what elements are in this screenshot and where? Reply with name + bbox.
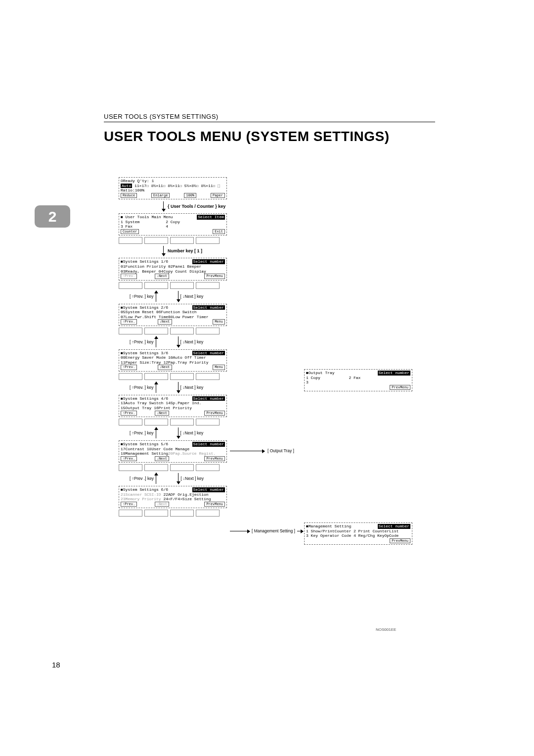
screen-mainmenu: ■ User Tools Main MenuSelect Item 1 Syst… (119, 213, 227, 236)
screen-s1: ■System Settings 1/6Select number 01Func… (119, 258, 227, 280)
key-usertools: { User Tools / Counter } key (168, 204, 225, 209)
ot-r1: 1 Copy 2 Fax (306, 376, 410, 380)
screen-s4: ■System Settings 4/6Select number 13Auto… (119, 395, 227, 417)
s6-r1a: 21Scanner SCSI-ID (121, 492, 163, 497)
nav-arrows-5: [ ↑Prev .] key [ ↓Next ] key (130, 473, 440, 484)
ot-menu: PrevMenu (390, 385, 410, 390)
s4-r1: 13Auto Tray Switch 14Sp.Paper Ind. (121, 401, 225, 406)
prev-key-3: [ ↑Prev. ] key (130, 385, 154, 390)
hw-btns-6 (119, 464, 440, 471)
s6-r2a: 23Memory Priority (121, 497, 163, 501)
btn-paper: Paper (211, 193, 225, 198)
ready-sizes: 11×17☐ 8½×11☐ 8½×11☐ 5½×8½☐ 8½×11☐ ⬚ (132, 184, 220, 188)
mg-r1: 1 Show/PrintCounter 2 Print CounterList (306, 529, 410, 534)
btn-enlarge: Enlarge (151, 193, 170, 198)
s3-prev: ↑Prev. (121, 365, 137, 370)
ot-r2: 3 (306, 380, 410, 385)
prev-key-4: [ ↑Prev. ] key (130, 430, 154, 435)
btn-counter: Counter (121, 229, 139, 234)
prev-key-1: [ ↑Prev. ] key (130, 294, 154, 299)
mm-l2: 1 System 2 Copy (121, 220, 225, 225)
hw-btns-5 (119, 419, 440, 425)
s2-menu: Menu (213, 319, 225, 324)
s4-next: ↓Next (155, 411, 169, 416)
s5-next: ↓Next (155, 456, 169, 461)
nav-arrows-1: [ ↑Prev. ] key [ ↓Next ] key (130, 291, 440, 302)
s1-prev: ↑Prev. (121, 274, 137, 279)
hw-btns-3 (119, 328, 440, 334)
s4-r2: 15Output Tray 16Print Priority (121, 406, 225, 411)
screen-mgmt: ■Management SettingSelect number 1 Show/… (304, 522, 412, 545)
s6-next: ↓Next (155, 502, 169, 507)
s4-select: Select number (192, 396, 225, 401)
nav-arrows-4: [ ↑Prev. ] key [ ↓Next ] key (130, 427, 440, 438)
s5-r2b: 20Pap.Source Regist. (168, 451, 216, 456)
s2-prev: ↑Prev. (121, 319, 137, 324)
screen-s6: ■System Settings 6/6Select number 21Scan… (119, 486, 227, 508)
screen-s2: ■System Settings 2/6Select number 05Syst… (119, 304, 227, 326)
hw-btns-7 (119, 510, 440, 517)
link-mgmt: [ Management Setting ] (230, 528, 303, 533)
s6-r2b: 24<F/F4>Size Setting (163, 497, 211, 501)
hw-btns-1 (119, 237, 440, 244)
ready-ratio: Ratio:100% (121, 188, 225, 193)
screen-s5: ■System Settings 5/6Select number 17Cont… (119, 440, 227, 463)
s4-prev: ↑Prev. (121, 411, 137, 416)
s1-r2: 03Ready, Beeper 04Copy Count Display (121, 269, 225, 274)
mg-select: Select number (378, 524, 410, 529)
prev-key-2: [ ↑Prev. ] key (130, 339, 154, 344)
btn-100: 100% (184, 193, 196, 198)
mm-l3: 3 Fax 4 (121, 224, 225, 229)
next-key-4: [ ↓Next ] key (180, 430, 204, 435)
mm-title: ■ User Tools Main Menu (121, 215, 173, 220)
s5-prev: ↑Prev. (121, 456, 137, 461)
mg-title: ■Management Setting (306, 524, 351, 529)
s2-next: ↓Next (158, 319, 172, 324)
key-number1: Number key [ 1 ] (168, 248, 202, 253)
s6-prev: ↑Prev. (121, 502, 137, 507)
s2-select: Select number (192, 305, 225, 310)
s6-select: Select number (192, 487, 225, 492)
next-key-5: [ ↓Next ] key (180, 476, 204, 481)
page-title: USER TOOLS MENU (SYSTEM SETTINGS) (104, 129, 390, 144)
s3-r1: 09Energy Saver Mode 10Auto Off Timer (121, 355, 225, 360)
ready-auto: Auto (121, 184, 132, 188)
btn-exit: Exit (213, 229, 225, 234)
output-label: [ Output Tray ] (267, 448, 294, 453)
hw-btns-2 (119, 282, 440, 289)
s2-r1: 05System Reset 06Function Switch (121, 310, 225, 315)
footer-code: NOS001EE (376, 627, 396, 632)
s1-menu: PrevMenu (204, 274, 225, 279)
s5-r2a: 19Management Setting (121, 451, 168, 456)
s5-menu: PrevMenu (204, 456, 225, 461)
mm-select: Select Item (197, 215, 225, 220)
s6-title: ■System Settings 6/6 (121, 487, 168, 492)
next-key-2: [ ↓Next ] key (180, 339, 204, 344)
nav-arrows-2: [ ↑Prev. ] key [ ↓Next ] key (130, 336, 440, 347)
s5-title: ■System Settings 5/6 (121, 442, 168, 447)
link-output: [ Output Tray ] (230, 448, 297, 453)
header-line: USER TOOLS (SYSTEM SETTINGS) (104, 113, 435, 122)
s6-r1b: 22ADF Orig.Ejection (163, 492, 208, 497)
chapter-tab: 2 (35, 205, 70, 228)
s5-select: Select number (192, 442, 225, 447)
s3-menu: Menu (213, 365, 225, 370)
arrow-number1: Number key [ 1 ] (163, 246, 440, 256)
screen-output-tray: ■Output TraySelect number 1 Copy 2 Fax 3… (304, 369, 412, 391)
s1-r1: 01Function Priority 02Panel Beeper (121, 264, 225, 269)
mg-r2: 3 Key Operator Code 4 Reg/Chg KeyOpCode (306, 533, 410, 538)
s1-title: ■System Settings 1/6 (121, 259, 168, 264)
s6-menu: PrevMenu (204, 502, 225, 507)
page-number: 18 (52, 661, 60, 669)
next-key-1: [ ↓Next ] key (180, 294, 204, 299)
s2-title: ■System Settings 2/6 (121, 305, 168, 310)
ot-title: ■Output Tray (306, 371, 335, 376)
arrow-usertools: { User Tools / Counter } key (163, 201, 440, 211)
screen-s3: ■System Settings 3/6Select number 09Ener… (119, 349, 227, 372)
s4-menu: PrevMenu (204, 411, 225, 416)
s1-next: ↓Next (155, 274, 169, 279)
s5-r1: 17Contrast 18User Code Manage (121, 447, 225, 452)
s3-r2: 11Paper Size:Tray 12Pap.Tray Priority (121, 360, 225, 365)
s3-select: Select number (192, 351, 225, 356)
screen-ready: OReady Q'ty: 1 Auto 11×17☐ 8½×11☐ 8½×11☐… (119, 177, 227, 199)
